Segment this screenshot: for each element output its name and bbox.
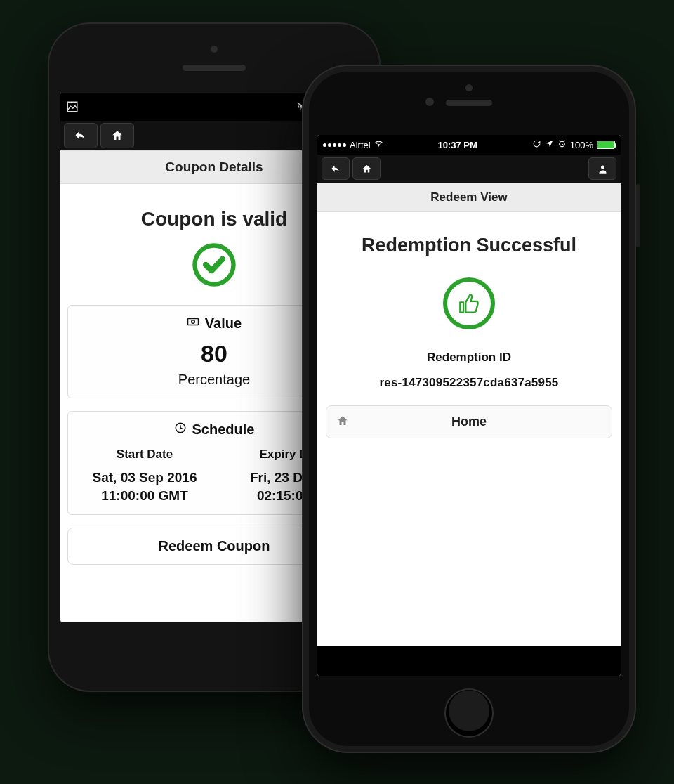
money-icon xyxy=(187,315,199,332)
go-home-label: Home xyxy=(335,414,603,429)
user-icon xyxy=(597,164,608,174)
battery-text: 100% xyxy=(570,140,593,150)
signal-dots-icon xyxy=(323,143,346,147)
redemption-id-value: res-147309522357cda637a5955 xyxy=(326,376,612,390)
iphone-side-button xyxy=(636,184,640,247)
iphone-camera xyxy=(465,84,473,91)
iphone-content: Redemption Successful Redemption ID res-… xyxy=(317,212,621,646)
back-icon xyxy=(331,164,341,174)
thumbs-up-icon xyxy=(326,277,612,329)
iphone-sensor xyxy=(425,98,434,106)
iphone-screen: Airtel 10:37 PM 100% xyxy=(317,135,621,676)
svg-point-8 xyxy=(601,165,604,169)
profile-button[interactable] xyxy=(588,157,616,180)
back-button[interactable] xyxy=(64,123,98,148)
clock-icon xyxy=(174,422,187,438)
iphone-status-bar: Airtel 10:37 PM 100% xyxy=(317,135,621,155)
home-button[interactable] xyxy=(352,157,381,180)
battery-icon xyxy=(597,141,615,149)
wifi-icon xyxy=(374,139,383,150)
start-date-line1: Sat, 03 Sep 2016 xyxy=(75,469,214,487)
start-date-label: Start Date xyxy=(75,447,214,462)
iphone-action-bar xyxy=(317,155,621,183)
start-date-line2: 11:00:00 GMT xyxy=(75,487,214,505)
image-icon xyxy=(66,100,79,113)
sync-icon xyxy=(532,139,541,150)
iphone-frame: Airtel 10:37 PM 100% xyxy=(302,65,636,753)
redemption-title: Redemption Successful xyxy=(326,235,612,256)
alarm-icon xyxy=(557,139,567,150)
go-home-button[interactable]: Home xyxy=(326,405,612,438)
svg-point-4 xyxy=(192,320,195,324)
page-title: Redeem View xyxy=(317,183,621,212)
android-camera-dot xyxy=(211,46,218,53)
schedule-label: Schedule xyxy=(192,422,255,438)
home-icon xyxy=(362,164,372,174)
iphone-footer-bar xyxy=(317,646,621,676)
carrier-label: Airtel xyxy=(350,140,371,150)
iphone-earpiece xyxy=(446,100,492,106)
home-icon xyxy=(111,129,124,142)
home-button[interactable] xyxy=(100,123,134,148)
svg-rect-3 xyxy=(187,319,198,325)
home-icon xyxy=(336,414,349,430)
back-button[interactable] xyxy=(322,157,350,180)
android-earpiece xyxy=(183,65,246,71)
redemption-id-label: Redemption ID xyxy=(326,351,612,365)
iphone-home-hardware-button[interactable] xyxy=(444,688,494,738)
back-icon xyxy=(74,129,87,142)
svg-point-6 xyxy=(378,145,379,147)
location-icon xyxy=(545,139,554,150)
value-label: Value xyxy=(205,315,242,332)
status-time: 10:37 PM xyxy=(438,140,477,150)
